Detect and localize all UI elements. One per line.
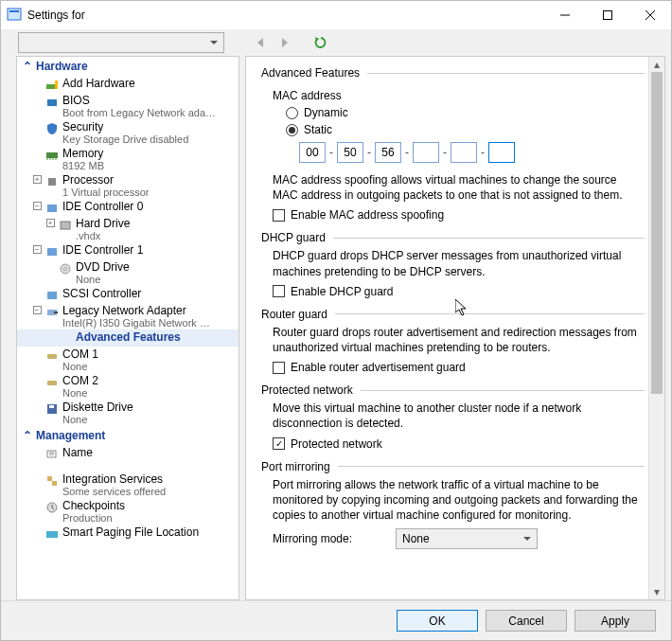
controller-icon xyxy=(44,243,61,258)
nav-com2[interactable]: COM 2None xyxy=(17,373,239,400)
nav-integration-services[interactable]: Integration ServicesSome services offere… xyxy=(17,472,239,498)
add-hardware-icon xyxy=(44,77,61,92)
svg-rect-0 xyxy=(8,9,21,20)
disc-icon xyxy=(57,260,74,276)
mac-octet-2[interactable]: 50 xyxy=(337,142,363,163)
mac-octet-6[interactable] xyxy=(488,142,515,163)
svg-rect-23 xyxy=(47,292,57,299)
mac-spoof-checkbox[interactable]: Enable MAC address spoofing xyxy=(273,208,645,222)
scroll-thumb[interactable] xyxy=(651,72,663,394)
collapse-toggle[interactable]: − xyxy=(30,200,44,210)
cancel-button[interactable]: Cancel xyxy=(486,610,567,632)
settings-window: Settings for ⌃ Hardware Add Hardware xyxy=(0,0,672,641)
svg-rect-20 xyxy=(47,248,57,256)
svg-marker-6 xyxy=(257,38,263,47)
mac-dynamic-radio[interactable]: Dynamic xyxy=(286,106,645,119)
router-desc: Router guard drops router advertisement … xyxy=(273,325,645,355)
mac-octet-5[interactable] xyxy=(451,142,477,163)
svg-rect-33 xyxy=(47,476,52,481)
cpu-icon xyxy=(44,173,61,188)
collapse-toggle[interactable]: − xyxy=(30,304,44,314)
chevron-up-icon: ⌃ xyxy=(23,60,32,73)
floppy-icon xyxy=(44,401,61,416)
checkpoint-icon xyxy=(44,499,61,514)
svg-rect-29 xyxy=(49,405,54,408)
nav-dvd-drive[interactable]: DVD DriveNone xyxy=(17,259,239,286)
collapse-toggle[interactable]: − xyxy=(30,243,44,254)
chevron-up-icon: ⌃ xyxy=(23,429,32,442)
router-header: Router guard xyxy=(261,308,645,321)
svg-point-22 xyxy=(64,267,67,270)
router-checkbox[interactable]: Enable router advertisement guard xyxy=(273,361,645,374)
svg-rect-3 xyxy=(603,11,611,20)
paging-icon xyxy=(44,525,61,541)
nav-back-button[interactable] xyxy=(251,33,270,52)
dialog-footer: OK Cancel Apply xyxy=(1,600,671,640)
svg-rect-34 xyxy=(52,481,57,486)
vm-selector-combo[interactable] xyxy=(18,32,224,53)
maximize-button[interactable] xyxy=(586,1,628,29)
nav-hard-drive[interactable]: + Hard Drive.vhdx xyxy=(17,216,239,242)
svg-rect-19 xyxy=(61,222,70,229)
svg-rect-17 xyxy=(48,178,56,186)
nav-ide1[interactable]: − IDE Controller 1 xyxy=(17,242,239,259)
protected-desc: Move this virtual machine to another clu… xyxy=(273,401,645,431)
scroll-up-icon[interactable]: ▴ xyxy=(649,57,664,72)
nav-processor[interactable]: + Processor1 Virtual processor xyxy=(17,172,239,199)
window-title: Settings for xyxy=(27,9,543,22)
nav-scsi[interactable]: SCSI Controller xyxy=(17,286,239,303)
refresh-button[interactable] xyxy=(311,33,330,52)
nav-security[interactable]: SecurityKey Storage Drive disabled xyxy=(17,119,239,146)
nav-add-hardware[interactable]: Add Hardware xyxy=(17,76,239,93)
vertical-scrollbar[interactable]: ▴ ▾ xyxy=(648,57,664,599)
minimize-button[interactable] xyxy=(543,1,586,29)
dhcp-checkbox[interactable]: Enable DHCP guard xyxy=(273,285,645,298)
tag-icon xyxy=(44,446,61,461)
nav-ide0[interactable]: − IDE Controller 0 xyxy=(17,199,239,216)
mac-spoof-desc: MAC address spoofing allows virtual mach… xyxy=(273,172,645,203)
expand-toggle[interactable]: + xyxy=(30,173,44,184)
memory-icon xyxy=(44,147,61,162)
protected-checkbox[interactable]: Protected network xyxy=(273,437,645,451)
management-section-header[interactable]: ⌃ Management xyxy=(17,426,239,445)
ok-button[interactable]: OK xyxy=(397,610,478,632)
nav-checkpoints[interactable]: CheckpointsProduction xyxy=(17,498,239,525)
nav-com1[interactable]: COM 1None xyxy=(17,347,239,373)
nav-legacy-nic[interactable]: − Legacy Network AdapterIntel(R) I350 Gi… xyxy=(17,303,239,329)
apply-button[interactable]: Apply xyxy=(575,610,656,632)
close-button[interactable] xyxy=(628,1,671,29)
nav-advanced-features[interactable]: Advanced Features xyxy=(17,329,239,347)
hdd-icon xyxy=(57,217,74,232)
dhcp-desc: DHCP guard drops DHCP server messages fr… xyxy=(273,248,645,278)
hardware-section-header[interactable]: ⌃ Hardware xyxy=(17,57,239,76)
mac-octet-1[interactable]: 00 xyxy=(299,142,326,163)
nav-forward-button[interactable] xyxy=(275,33,294,52)
mirror-mode-select[interactable]: None xyxy=(396,528,538,549)
mirror-desc: Port mirroring allows the network traffi… xyxy=(273,477,645,524)
mac-octet-4[interactable] xyxy=(413,142,439,163)
nav-diskette[interactable]: Diskette DriveNone xyxy=(17,400,239,426)
mac-octet-3[interactable]: 56 xyxy=(375,142,401,163)
svg-rect-25 xyxy=(54,312,58,313)
nic-icon xyxy=(44,304,61,319)
chip-icon xyxy=(44,94,61,109)
svg-rect-9 xyxy=(46,84,55,89)
svg-rect-27 xyxy=(47,381,57,385)
protected-header: Protected network xyxy=(261,383,645,397)
mac-static-radio[interactable]: Static xyxy=(286,123,645,136)
serial-port-icon xyxy=(44,374,61,389)
mirror-mode-label: Mirroring mode: xyxy=(273,532,386,545)
scroll-down-icon[interactable]: ▾ xyxy=(649,584,664,599)
nav-paging[interactable]: Smart Paging File Location xyxy=(17,525,239,542)
serial-port-icon xyxy=(44,347,61,363)
nav-bios[interactable]: BIOSBoot from Legacy Network ada… xyxy=(17,93,239,119)
nav-memory[interactable]: Memory8192 MB xyxy=(17,146,239,172)
nav-name[interactable]: Name xyxy=(17,445,239,472)
details-panel: Advanced Features MAC address Dynamic St… xyxy=(245,56,665,600)
controller-icon xyxy=(44,287,61,302)
expand-toggle[interactable]: + xyxy=(44,217,57,227)
mac-fields: 00- 50- 56- - - xyxy=(299,142,645,163)
toolbar xyxy=(1,29,671,56)
svg-rect-11 xyxy=(47,99,57,106)
shield-icon xyxy=(44,120,61,135)
